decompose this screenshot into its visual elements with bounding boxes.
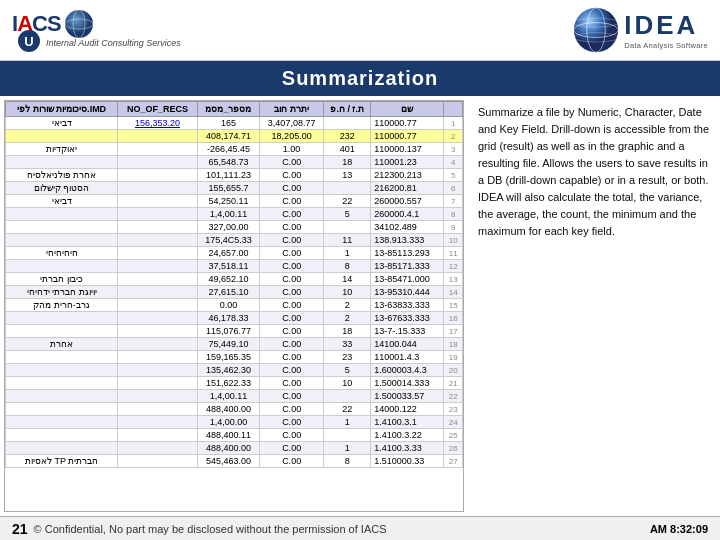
table-row[interactable]: 4110001.2318C.0065,548.73: [6, 156, 463, 169]
table-cell-10-2: 1: [324, 247, 371, 260]
table-row[interactable]: 1613-67633.3332C.0046,178.33: [6, 312, 463, 325]
table-row[interactable]: 251.4100.3.22C.00488,400.11: [6, 429, 463, 442]
table-row[interactable]: 241.4100.3.11C.001,4,00.00: [6, 416, 463, 429]
table-row[interactable]: 1213-85171.3338C.0037,518.11: [6, 260, 463, 273]
table-cell-14-0: 15: [444, 299, 463, 312]
table-cell-10-1: 13-85113.293: [371, 247, 444, 260]
table-cell-26-6: לאסיות TP חברתית: [6, 455, 118, 468]
table-cell-16-0: 17: [444, 325, 463, 338]
table-cell-19-5[interactable]: [118, 364, 197, 377]
table-cell-6-5[interactable]: [118, 195, 197, 208]
table-cell-16-5[interactable]: [118, 325, 197, 338]
table-cell-10-0: 11: [444, 247, 463, 260]
table-cell-4-5[interactable]: [118, 169, 197, 182]
table-row[interactable]: 1814100.04433C.0075,449.10אחרת: [6, 338, 463, 351]
table-cell-26-0: 27: [444, 455, 463, 468]
table-cell-2-0: 3: [444, 143, 463, 156]
table-cell-9-5[interactable]: [118, 234, 197, 247]
table-cell-20-5[interactable]: [118, 377, 197, 390]
table-cell-6-6: דביאי: [6, 195, 118, 208]
table-row[interactable]: 6216200.81C.00155,655.7הסטוף קישלום: [6, 182, 463, 195]
table-cell-18-0: 19: [444, 351, 463, 364]
table-cell-11-6: [6, 260, 118, 273]
table-row[interactable]: 10138.913.33311C.00175,4C5.33: [6, 234, 463, 247]
table-cell-14-3: C.00: [260, 299, 324, 312]
table-row[interactable]: 221.500033.57C.001,4,00.11: [6, 390, 463, 403]
table-row[interactable]: 201.600003.4.35C.00135,462.30: [6, 364, 463, 377]
table-cell-17-2: 33: [324, 338, 371, 351]
table-cell-14-6: גרב-חרית מהק: [6, 299, 118, 312]
table-cell-20-0: 21: [444, 377, 463, 390]
table-cell-1-2: 232: [324, 130, 371, 143]
table-cell-7-3: C.00: [260, 208, 324, 221]
table-row[interactable]: 1113-85113.2931C.0024,657.00חיחיחיחי: [6, 247, 463, 260]
table-cell-24-2: [324, 429, 371, 442]
table-cell-1-5[interactable]: [118, 130, 197, 143]
col-header-6: IMD.סיכומיות שורות לפי: [6, 102, 118, 117]
table-cell-20-2: 10: [324, 377, 371, 390]
table-row[interactable]: 261.4100.3.331C.00488,400.00: [6, 442, 463, 455]
table-cell-15-5[interactable]: [118, 312, 197, 325]
table-cell-24-5[interactable]: [118, 429, 197, 442]
table-cell-5-5[interactable]: [118, 182, 197, 195]
table-row[interactable]: 2110000.7723218,205.00408,174.71: [6, 130, 463, 143]
table-cell-13-6: יויוגת חברתי ידחיחי: [6, 286, 118, 299]
table-row[interactable]: 19110001.4.323C.00159,165.35: [6, 351, 463, 364]
table-cell-18-4: 159,165.35: [197, 351, 260, 364]
table-row[interactable]: 5212300.21313C.00101,111.23אחרת פולניאלס…: [6, 169, 463, 182]
table-cell-15-4: 46,178.33: [197, 312, 260, 325]
table-row[interactable]: 3110000.1374011.00-266,45.45יאוקדיות: [6, 143, 463, 156]
table-cell-25-3: C.00: [260, 442, 324, 455]
table-cell-25-5[interactable]: [118, 442, 197, 455]
table-cell-0-5[interactable]: 156,353.20: [118, 117, 197, 130]
table-row[interactable]: 1713-7-.15.33318C.00115,076.77: [6, 325, 463, 338]
table-cell-12-6: כיבון חברתי: [6, 273, 118, 286]
table-cell-12-5[interactable]: [118, 273, 197, 286]
table-cell-10-5[interactable]: [118, 247, 197, 260]
table-cell-15-3: C.00: [260, 312, 324, 325]
table-cell-7-5[interactable]: [118, 208, 197, 221]
table-row[interactable]: 2314000.12222C.00488,400.00: [6, 403, 463, 416]
table-cell-11-0: 12: [444, 260, 463, 273]
table-cell-3-5[interactable]: [118, 156, 197, 169]
table-cell-3-2: 18: [324, 156, 371, 169]
table-cell-4-1: 212300.213: [371, 169, 444, 182]
table-row[interactable]: 211.500014.33310C.00151,622.33: [6, 377, 463, 390]
table-cell-9-1: 138.913.333: [371, 234, 444, 247]
table-cell-2-5[interactable]: [118, 143, 197, 156]
table-cell-22-5[interactable]: [118, 403, 197, 416]
table-cell-16-3: C.00: [260, 325, 324, 338]
table-cell-22-0: 23: [444, 403, 463, 416]
table-cell-8-6: [6, 221, 118, 234]
table-row[interactable]: 1313-85471.00014C.0049,652.10כיבון חברתי: [6, 273, 463, 286]
footer: 21 © Confidential, No part may be disclo…: [0, 516, 720, 540]
table-cell-8-5[interactable]: [118, 221, 197, 234]
table-cell-19-6: [6, 364, 118, 377]
main-content: שם ת.ז / ח.פ יתרת חוב מספר_מסמ NO_OF_REC…: [0, 96, 720, 516]
table-cell-8-4: 327,00.00: [197, 221, 260, 234]
table-row[interactable]: 7260000.55722C.0054,250.11דביאי: [6, 195, 463, 208]
table-cell-13-5[interactable]: [118, 286, 197, 299]
table-cell-10-6: חיחיחיחי: [6, 247, 118, 260]
table-row[interactable]: 271.510000.338C.00545,463.00לאסיות TP חב…: [6, 455, 463, 468]
table-cell-13-3: C.00: [260, 286, 324, 299]
table-row[interactable]: 1413-95310.44410C.0027,615.10יויוגת חברת…: [6, 286, 463, 299]
table-cell-17-5[interactable]: [118, 338, 197, 351]
table-cell-26-5[interactable]: [118, 455, 197, 468]
table-cell-14-5[interactable]: [118, 299, 197, 312]
table-row[interactable]: 1110000.773,407,08.77165156,353.20דביאי: [6, 117, 463, 130]
table-row[interactable]: 934102.489C.00327,00.00: [6, 221, 463, 234]
table-cell-11-5[interactable]: [118, 260, 197, 273]
table-cell-18-5[interactable]: [118, 351, 197, 364]
table-cell-14-2: 2: [324, 299, 371, 312]
table-cell-21-5[interactable]: [118, 390, 197, 403]
table-header-row: שם ת.ז / ח.פ יתרת חוב מספר_מסמ NO_OF_REC…: [6, 102, 463, 117]
table-cell-12-1: 13-85471.000: [371, 273, 444, 286]
table-row[interactable]: 1513-63833.3332C.000.00גרב-חרית מהק: [6, 299, 463, 312]
svg-point-3: [574, 8, 618, 52]
table-row[interactable]: 8260000.4.15C.001,4,00.11: [6, 208, 463, 221]
table-cell-23-5[interactable]: [118, 416, 197, 429]
table-area[interactable]: שם ת.ז / ח.פ יתרת חוב מספר_מסמ NO_OF_REC…: [4, 100, 464, 512]
table-cell-7-0: 8: [444, 208, 463, 221]
table-cell-14-4: 0.00: [197, 299, 260, 312]
